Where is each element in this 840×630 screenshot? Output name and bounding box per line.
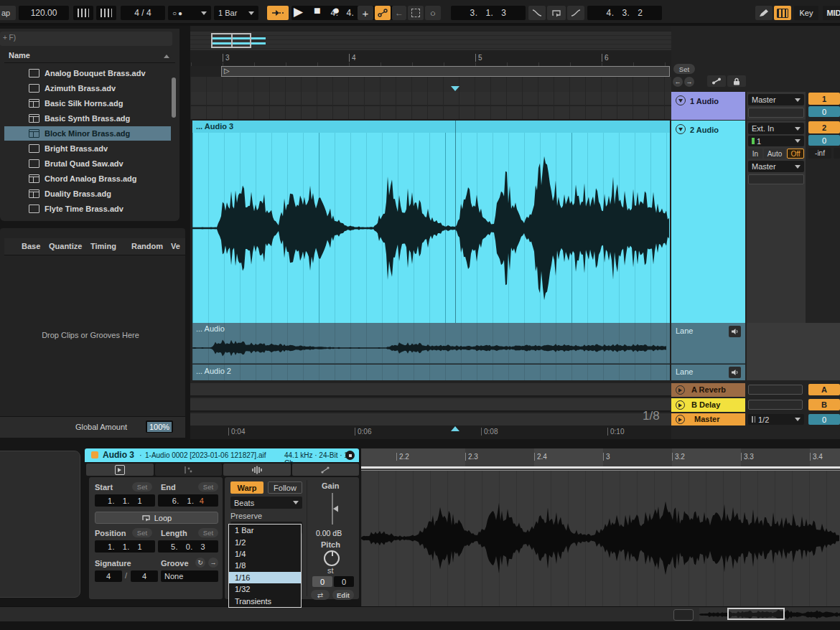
gain-slider[interactable] bbox=[327, 492, 340, 526]
fold-track-icon[interactable] bbox=[676, 95, 686, 105]
loop-length-field[interactable]: 4. 3. 2 bbox=[587, 6, 662, 20]
column-base[interactable]: Base bbox=[22, 242, 40, 250]
list-item[interactable]: Brutal Quad Saw.adv bbox=[4, 156, 171, 171]
return-b-activator[interactable]: B bbox=[808, 399, 840, 410]
track2-input-channel[interactable]: 1 bbox=[748, 136, 804, 146]
session-record-button[interactable]: ○ bbox=[425, 6, 441, 20]
column-timing[interactable]: Timing bbox=[90, 242, 116, 250]
follow-button-clip[interactable]: Follow bbox=[268, 481, 302, 494]
tab-clip[interactable] bbox=[86, 464, 154, 476]
automation-arm-button[interactable] bbox=[375, 6, 391, 20]
midi-map-button[interactable]: MIDI bbox=[823, 6, 840, 20]
computer-midi-keyboard-button[interactable] bbox=[774, 6, 791, 20]
sample-overview-strip[interactable] bbox=[699, 608, 840, 621]
track1-pan-field[interactable] bbox=[748, 108, 804, 118]
column-velocity[interactable]: Ve bbox=[171, 242, 180, 250]
length-set-button[interactable]: Set bbox=[198, 528, 218, 537]
menu-item[interactable]: 1/32 bbox=[229, 583, 301, 595]
lane1-audition-button[interactable] bbox=[729, 326, 741, 337]
loop-start-field[interactable]: 3. 1. 3 bbox=[451, 6, 526, 20]
warp-button[interactable]: Warp bbox=[230, 481, 263, 494]
loop-switch-button[interactable] bbox=[547, 6, 566, 20]
start-set-button[interactable]: Set bbox=[132, 482, 152, 492]
master-solo-button[interactable]: 0 bbox=[808, 414, 840, 425]
reenable-automation-button[interactable]: ← bbox=[392, 6, 406, 20]
take-lane-1[interactable]: ... Audio bbox=[192, 323, 670, 364]
overview-selection-box[interactable] bbox=[727, 608, 785, 620]
end-set-button[interactable]: Set bbox=[198, 482, 218, 492]
clip-position-field[interactable]: 1. 1. 1 bbox=[95, 540, 155, 553]
reverse-button[interactable]: ⇄ bbox=[311, 590, 330, 600]
signature-denominator-field[interactable]: 4 bbox=[131, 570, 158, 582]
list-item[interactable]: Analog Bouquet Brass.adv bbox=[4, 66, 171, 80]
take-lane-2[interactable]: ... Audio 2 bbox=[192, 365, 670, 380]
list-item[interactable]: Duality Brass.adg bbox=[4, 187, 171, 201]
column-random[interactable]: Random bbox=[131, 242, 163, 250]
nudge-up-icon[interactable] bbox=[96, 6, 116, 20]
track1-activator[interactable]: 1 bbox=[808, 93, 840, 105]
follow-button[interactable] bbox=[267, 6, 289, 20]
list-item[interactable]: Basic Synth Brass.adg bbox=[4, 111, 171, 126]
track2-output-routing[interactable]: Master bbox=[748, 161, 804, 172]
menu-item[interactable]: 1/4 bbox=[229, 548, 301, 560]
signature-numerator-field[interactable]: 4 bbox=[95, 570, 122, 582]
fold-track-icon[interactable] bbox=[676, 124, 686, 134]
overdub-button[interactable]: + bbox=[358, 6, 373, 20]
record-icon[interactable]: ● bbox=[332, 4, 340, 18]
warp-mode-menu[interactable]: Beats bbox=[230, 497, 302, 509]
lane-header-2[interactable]: Lane bbox=[671, 365, 745, 380]
arrangement-loop-brace[interactable]: ▷ bbox=[221, 66, 670, 77]
position-set-button[interactable]: Set bbox=[132, 528, 152, 537]
capture-midi-button[interactable] bbox=[408, 6, 424, 20]
tab-envelopes[interactable] bbox=[292, 464, 360, 476]
column-quantize[interactable]: Quantize bbox=[49, 242, 82, 250]
return-b-lane[interactable] bbox=[190, 398, 671, 412]
browser-name-header[interactable]: Name bbox=[4, 49, 175, 63]
track2-activator[interactable]: 2 bbox=[808, 121, 840, 133]
audio-clip-main[interactable]: ... Audio 3 bbox=[192, 121, 670, 323]
clip-start-field[interactable]: 1. 1. 1 bbox=[95, 494, 155, 507]
pitch-fine-field[interactable]: 0 bbox=[334, 576, 354, 587]
collapse-clip-view-button[interactable] bbox=[345, 451, 355, 460]
master-header[interactable]: Master bbox=[671, 413, 745, 426]
arrangement-overview[interactable] bbox=[190, 32, 671, 50]
set-locators-button[interactable]: Set bbox=[673, 64, 695, 74]
track-header-1[interactable]: 1 Audio bbox=[671, 92, 745, 120]
sample-waveform-area[interactable] bbox=[361, 471, 840, 606]
browser-scrollbar[interactable] bbox=[172, 77, 176, 118]
return-a-field[interactable] bbox=[748, 385, 803, 395]
sample-ruler[interactable]: 2.2 2.3 2.4 3 3.2 3.3 3.4 bbox=[361, 448, 840, 466]
groove-amount-menu[interactable]: ○ ● bbox=[168, 6, 211, 20]
track2-extra-field[interactable] bbox=[834, 148, 840, 159]
monitor-in-button[interactable]: In bbox=[748, 149, 762, 159]
quantization-menu[interactable]: 1 Bar bbox=[214, 6, 258, 20]
beat-ruler[interactable]: 3 4 5 6 bbox=[190, 50, 671, 66]
track1-solo-button[interactable]: 0 bbox=[808, 106, 840, 117]
draw-mode-button[interactable] bbox=[755, 6, 773, 20]
master-grid-menu[interactable]: 1/2 bbox=[748, 414, 804, 425]
groove-field[interactable]: None bbox=[161, 570, 218, 582]
commit-groove-button[interactable]: → bbox=[208, 558, 218, 568]
time-ruler[interactable]: 0:04 0:06 0:08 0:10 bbox=[190, 426, 671, 439]
monitor-auto-button[interactable]: Auto bbox=[764, 149, 785, 159]
lock-button[interactable] bbox=[727, 75, 746, 87]
tab-audio[interactable] bbox=[223, 464, 291, 476]
menu-item[interactable]: 1/8 bbox=[229, 560, 301, 571]
track2-input-routing[interactable]: Ext. In bbox=[748, 123, 804, 134]
track2-solo-button[interactable]: 0 bbox=[808, 135, 840, 146]
scrub-area[interactable] bbox=[190, 77, 671, 92]
tap-button[interactable]: ap bbox=[0, 6, 16, 20]
track2-pan-field[interactable] bbox=[748, 174, 804, 184]
monitor-off-button[interactable]: Off bbox=[787, 149, 804, 159]
lane-header-1[interactable]: Lane bbox=[671, 323, 745, 364]
track1-lane2[interactable] bbox=[190, 106, 671, 120]
browser-search-field[interactable]: + F) bbox=[0, 32, 172, 46]
insert-marker-down-icon[interactable] bbox=[451, 86, 459, 91]
time-signature-field[interactable]: 4 / 4 bbox=[121, 6, 165, 20]
punch-out-button[interactable] bbox=[567, 6, 584, 20]
list-item-selected[interactable]: Block Minor Brass.adg bbox=[4, 126, 171, 141]
track1-lane[interactable] bbox=[190, 92, 671, 105]
list-item[interactable]: Flyte Time Brass.adv bbox=[4, 202, 171, 215]
return-a-lane[interactable] bbox=[190, 383, 671, 397]
menu-item[interactable]: 1/2 bbox=[229, 536, 301, 547]
